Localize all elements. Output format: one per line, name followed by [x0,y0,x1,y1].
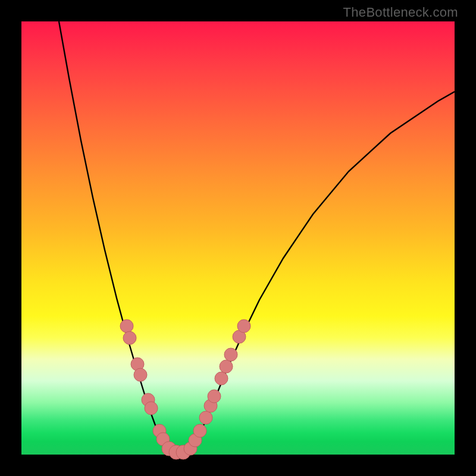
data-marker [193,424,206,437]
data-marker [208,390,221,403]
data-marker [123,331,136,345]
data-marker [134,368,147,381]
watermark-text: TheBottleneck.com [343,5,458,20]
chart-frame: TheBottleneck.com [0,0,476,476]
data-marker [199,411,212,424]
data-marker [220,360,233,373]
left-curve-path [59,21,169,452]
data-marker [120,320,133,333]
data-marker [145,402,158,415]
data-marker [224,348,237,361]
data-marker [215,372,228,385]
right-curve-path [188,92,455,452]
plot-area [21,21,455,455]
curve-svg [21,21,455,455]
data-marker [237,320,250,333]
data-markers [120,320,250,459]
